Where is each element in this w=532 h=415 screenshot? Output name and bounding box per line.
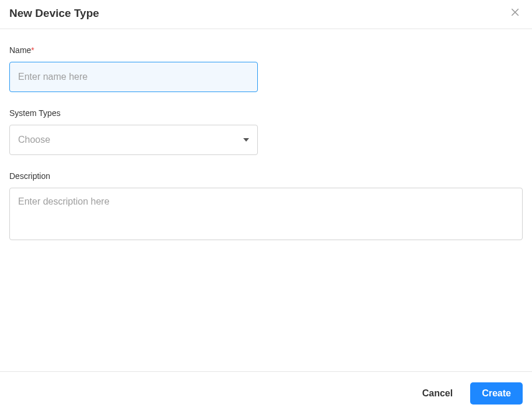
cancel-button[interactable]: Cancel: [419, 384, 456, 403]
chevron-down-icon: [243, 138, 249, 142]
system-types-field-group: System Types Choose: [9, 108, 523, 155]
required-mark: *: [31, 45, 34, 55]
name-field-group: Name*: [9, 45, 523, 92]
description-label: Description: [9, 171, 523, 181]
dialog-header: New Device Type: [0, 0, 532, 29]
create-button[interactable]: Create: [470, 382, 523, 405]
close-icon: [510, 7, 520, 19]
dialog-title: New Device Type: [9, 7, 99, 20]
name-label-text: Name: [9, 45, 31, 55]
dialog-body: Name* System Types Choose Description: [0, 29, 532, 270]
description-field-group: Description: [9, 171, 523, 242]
dialog-footer: Cancel Create: [0, 371, 532, 415]
system-types-placeholder: Choose: [18, 135, 50, 145]
system-types-select[interactable]: Choose: [9, 125, 258, 155]
description-textarea[interactable]: [9, 188, 523, 240]
close-button[interactable]: [508, 5, 523, 22]
name-input[interactable]: [9, 62, 258, 92]
system-types-label: System Types: [9, 108, 523, 118]
name-label: Name*: [9, 45, 523, 55]
